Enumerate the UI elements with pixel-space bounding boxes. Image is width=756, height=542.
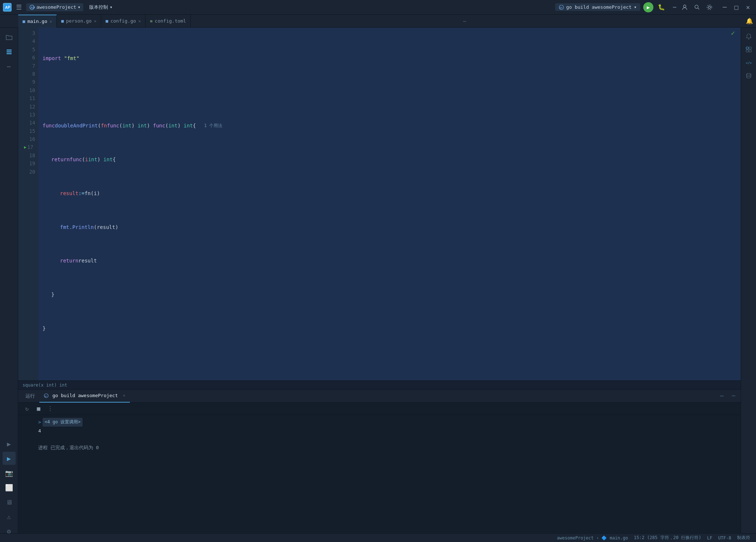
app-logo: AP	[3, 3, 12, 12]
version-control[interactable]: 版本控制 ▾	[86, 3, 115, 12]
run-config-selector[interactable]: go go build awesomeProject ▾	[555, 3, 640, 11]
sidebar-layers-icon[interactable]	[3, 45, 16, 58]
sidebar-folder-icon[interactable]	[3, 31, 16, 44]
code-content: 3 4 5 6 7 8 9 10 11 12 13 14 15 16 ▶17 1…	[18, 28, 741, 380]
close-button[interactable]: ✕	[743, 2, 753, 12]
project-icon: AP	[29, 4, 35, 10]
terminal-tab-run-label: 运行	[25, 393, 35, 399]
right-database-icon[interactable]	[743, 70, 755, 82]
svg-rect-19	[746, 50, 748, 52]
svg-text:go: go	[560, 6, 562, 9]
tab-config-go-label: config.go	[110, 18, 136, 24]
code-line-3: import "fmt"	[43, 54, 741, 63]
terminal-options-button[interactable]: ⋯	[717, 392, 726, 400]
tab-config-go-close[interactable]: ✕	[138, 19, 141, 24]
terminal-cmd-badge: <4 go 设置调用>	[43, 418, 83, 427]
go-icon: go	[559, 5, 564, 10]
function-signature: square(x int) int	[23, 383, 67, 388]
sidebar-terminal-icon[interactable]: ⬜	[3, 481, 16, 494]
project-chevron: ▾	[78, 4, 81, 10]
terminal-more-button[interactable]: ⋮	[46, 404, 55, 413]
terminal-panel: 运行 go go build awesomeProject ✕ ⋯ ─	[18, 389, 741, 542]
settings-icon[interactable]	[704, 2, 715, 12]
tab-person-go-close[interactable]: ✕	[94, 19, 96, 24]
sidebar-run-icon[interactable]: ▶	[3, 437, 16, 450]
sidebar-camera-icon[interactable]: 📷	[3, 466, 16, 479]
more-run-options[interactable]: ⋯	[669, 2, 680, 12]
tab-more-button[interactable]: ⋯	[463, 18, 470, 24]
gutter-check-icon: ✓	[731, 29, 735, 37]
terminal-prompt-1: >	[38, 418, 41, 426]
tab-config-toml[interactable]: ≡ config.toml	[146, 15, 191, 28]
tab-config-toml-label: config.toml	[155, 18, 186, 24]
terminal-minimize-button[interactable]: ─	[729, 392, 738, 400]
sidebar-alert-icon[interactable]: ⚠	[3, 510, 16, 523]
terminal-line-2: 4	[38, 427, 736, 435]
terminal-restart-button[interactable]: ↻	[23, 404, 31, 413]
tab-config-go-icon: ■	[106, 19, 108, 24]
left-sidebar: ⋯ ▶ ▶ 📷 ⬜ 🖥 ⚠ ⚙	[0, 28, 18, 542]
tab-main-go-label: main.go	[27, 19, 47, 24]
svg-rect-20	[749, 50, 751, 52]
tab-main-go[interactable]: ■ main.go ✕	[18, 15, 57, 28]
title-bar-center: go go build awesomeProject ▾ ▶ 🐛 ⋯	[555, 2, 680, 12]
notification-bell-icon[interactable]: 🔔	[743, 17, 756, 24]
profile-icon[interactable]	[680, 2, 690, 12]
terminal-line-1: > <4 go 设置调用>	[38, 418, 736, 427]
tab-person-go[interactable]: ■ person.go ✕	[57, 15, 101, 28]
right-xml-icon[interactable]: </>	[743, 57, 755, 68]
status-line: square(x int) int	[18, 380, 741, 389]
right-notifications-icon[interactable]	[743, 31, 755, 42]
code-line-6: return func(i int) int {	[43, 155, 741, 164]
maximize-button[interactable]: □	[731, 2, 741, 12]
code-lines[interactable]: import "fmt" func doubleAndPrint(fn func…	[38, 28, 741, 380]
tab-config-go[interactable]: ■ config.go ✕	[101, 15, 146, 28]
project-selector[interactable]: AP awesomeProject ▾	[26, 3, 83, 11]
window-controls: ─ □ ✕	[720, 2, 753, 12]
terminal-stop-button[interactable]: ■	[34, 404, 43, 413]
tab-bar: ■ main.go ✕ ■ person.go ✕ ■ config.go ✕ …	[0, 15, 756, 28]
svg-point-6	[684, 5, 686, 7]
terminal-content[interactable]: > <4 go 设置调用> 4 进程 已完成，退出代码为 0	[18, 415, 741, 542]
title-bar-left: AP ☰ AP awesomeProject ▾ 版本控制 ▾	[3, 2, 555, 12]
terminal-toolbar: ↻ ■ ⋮	[18, 403, 741, 415]
terminal-line-3: 进程 已完成，退出代码为 0	[38, 443, 736, 452]
sidebar-more-icon[interactable]: ⋯	[3, 60, 16, 73]
sidebar-active-run-icon[interactable]: ▶	[3, 452, 16, 465]
terminal-output-number: 4	[38, 427, 41, 435]
code-editor: 3 4 5 6 7 8 9 10 11 12 13 14 15 16 ▶17 1…	[18, 28, 741, 542]
debug-button[interactable]: 🐛	[656, 2, 667, 12]
svg-point-22	[747, 74, 751, 75]
svg-point-10	[707, 5, 712, 9]
sidebar-monitor-icon[interactable]: 🖥	[3, 495, 16, 509]
go-build-icon: go	[44, 393, 49, 398]
svg-point-16	[748, 39, 749, 40]
svg-rect-11	[7, 50, 12, 51]
code-line-11: }	[43, 324, 741, 333]
version-control-chevron: ▾	[110, 4, 112, 10]
terminal-line-blank	[38, 435, 736, 443]
svg-point-9	[708, 6, 711, 8]
terminal-tab-build[interactable]: go go build awesomeProject ✕	[39, 389, 130, 403]
tab-person-go-label: person.go	[66, 18, 92, 24]
main-layout: ⋯ ▶ ▶ 📷 ⬜ 🖥 ⚠ ⚙ 3 4 5 6 7 8 9 10	[0, 28, 756, 542]
minimize-button[interactable]: ─	[720, 2, 730, 12]
code-line-10: }	[43, 290, 741, 300]
run-button[interactable]: ▶	[643, 2, 653, 12]
title-bar-right: ─ □ ✕	[680, 2, 753, 12]
svg-text:AP: AP	[31, 6, 35, 9]
svg-rect-13	[7, 53, 12, 54]
terminal-tab-build-close[interactable]: ✕	[123, 393, 126, 398]
code-line-9: return result	[43, 256, 741, 266]
code-line-5: func doubleAndPrint(fn func(int) int) fu…	[43, 121, 741, 131]
tab-main-go-close[interactable]: ✕	[49, 19, 52, 24]
hamburger-icon[interactable]: ☰	[15, 2, 23, 12]
svg-point-7	[695, 5, 698, 8]
search-icon[interactable]	[692, 2, 702, 12]
right-plugin-icon[interactable]	[743, 44, 755, 55]
svg-rect-12	[7, 51, 12, 52]
cursor-position: 15:2 (285 字符，20 行换行符)	[634, 535, 701, 541]
terminal-tab-run[interactable]: 运行	[21, 389, 39, 403]
workspace-label: awesomeProject	[557, 535, 594, 541]
terminal-exit-message: 进程 已完成，退出代码为 0	[38, 443, 99, 452]
